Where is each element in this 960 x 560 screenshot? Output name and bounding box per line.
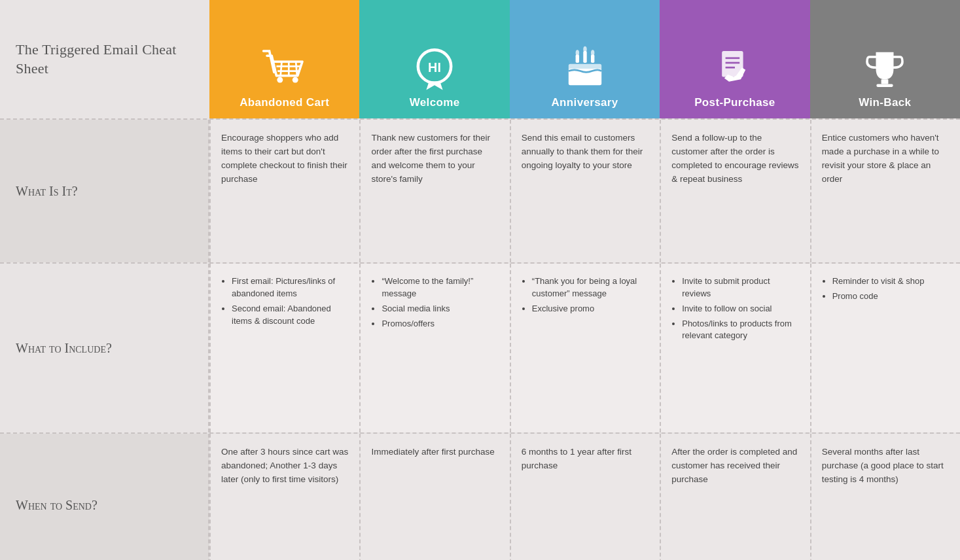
list-item: “Thank you for being a loyal customer” m… xyxy=(532,275,649,300)
svg-point-14 xyxy=(591,50,594,56)
text: Send a follow-up to the customer after t… xyxy=(671,131,799,186)
cell-include-win-back: Reminder to visit & shop Promo code xyxy=(810,264,960,432)
page-title: The Triggered Email Cheat Sheet xyxy=(16,41,194,78)
text: 6 months to 1 year after first purchase xyxy=(522,446,649,473)
list-item: Social media links xyxy=(382,303,499,315)
text: After the order is completed and custome… xyxy=(671,446,799,487)
row-label: What to Include? xyxy=(16,340,112,357)
title-cell: The Triggered Email Cheat Sheet xyxy=(0,0,209,118)
text: Immediately after first purchase xyxy=(371,446,494,459)
list-item: Reminder to visit & shop xyxy=(832,275,925,288)
cheat-sheet-table: The Triggered Email Cheat Sheet Abandone… xyxy=(0,0,960,560)
col-label-anniversary: Anniversary xyxy=(552,96,618,109)
list: “Thank you for being a loyal customer” m… xyxy=(522,275,649,318)
cell-what-is-it-post-purchase: Send a follow-up to the customer after t… xyxy=(660,120,809,262)
label-what-is-it: What Is It? xyxy=(0,120,209,262)
text: Encourage shoppers who add items to thei… xyxy=(221,131,349,186)
svg-line-2 xyxy=(280,61,281,76)
list-item: Photos/links to products from relevant c… xyxy=(682,318,799,343)
cell-include-post-purchase: Invite to submit product reviews Invite … xyxy=(660,264,809,432)
row-label: What Is It? xyxy=(16,183,78,200)
cake-icon xyxy=(561,45,609,92)
svg-rect-15 xyxy=(568,69,601,85)
list-item: Promos/offers xyxy=(382,318,499,330)
list-item: First email: Pictures/links of abandoned… xyxy=(232,275,349,300)
cell-what-is-it-anniversary: Send this email to customers annually to… xyxy=(510,120,660,262)
text: Entice customers who haven't made a purc… xyxy=(822,131,950,186)
list: First email: Pictures/links of abandoned… xyxy=(221,275,349,330)
text: One after 3 hours since cart was abandon… xyxy=(221,446,349,487)
header-welcome: HI Welcome xyxy=(359,0,509,118)
label-what-to-include: What to Include? xyxy=(0,264,209,432)
text: Thank new customers for their order afte… xyxy=(371,131,499,186)
cell-when-post-purchase: After the order is completed and custome… xyxy=(660,434,809,560)
svg-rect-21 xyxy=(881,79,889,84)
label-when-to-send: When to Send? xyxy=(0,434,209,560)
svg-point-5 xyxy=(277,77,283,83)
cell-include-welcome: “Welcome to the family!” message Social … xyxy=(359,264,509,432)
hand-icon xyxy=(711,45,758,92)
svg-text:HI: HI xyxy=(428,60,441,75)
list-item: Exclusive promo xyxy=(532,303,649,315)
row-what-to-include: What to Include? First email: Pictures/l… xyxy=(0,262,960,432)
col-label-abandoned-cart: Abandoned Cart xyxy=(240,96,329,109)
list-item: Second email: Abandoned items & discount… xyxy=(232,303,349,328)
list-item: Invite to submit product reviews xyxy=(682,275,799,300)
svg-rect-22 xyxy=(877,84,893,87)
col-label-post-purchase: Post-Purchase xyxy=(694,96,775,109)
header-row: The Triggered Email Cheat Sheet Abandone… xyxy=(0,0,960,118)
cell-what-is-it-welcome: Thank new customers for their order afte… xyxy=(359,120,509,262)
list-item: Promo code xyxy=(832,290,925,303)
header-anniversary: Anniversary xyxy=(510,0,660,118)
header-win-back: Win-Back xyxy=(810,0,960,118)
svg-rect-10 xyxy=(583,51,586,63)
hi-icon: HI xyxy=(411,45,458,92)
cell-what-is-it-win-back: Entice customers who haven't made a purc… xyxy=(810,120,960,262)
cell-include-abandoned-cart: First email: Pictures/links of abandoned… xyxy=(209,264,359,432)
list-item: “Welcome to the family!” message xyxy=(382,275,499,300)
svg-line-4 xyxy=(296,61,297,76)
cell-include-anniversary: “Thank you for being a loyal customer” m… xyxy=(510,264,660,432)
trophy-icon xyxy=(861,45,908,92)
header-abandoned-cart: Abandoned Cart xyxy=(209,0,359,118)
list: Invite to submit product reviews Invite … xyxy=(671,275,799,345)
svg-rect-9 xyxy=(575,54,578,63)
svg-rect-11 xyxy=(591,54,594,63)
row-label: When to Send? xyxy=(16,497,98,514)
cell-when-welcome: Immediately after first purchase xyxy=(359,434,509,560)
row-what-is-it: What Is It? Encourage shoppers who add i… xyxy=(0,118,960,262)
cart-icon xyxy=(261,45,308,92)
cell-when-win-back: Several months after last purchase (a go… xyxy=(810,434,960,560)
cell-when-abandoned-cart: One after 3 hours since cart was abandon… xyxy=(209,434,359,560)
cell-what-is-it-abandoned-cart: Encourage shoppers who add items to thei… xyxy=(209,120,359,262)
col-label-win-back: Win-Back xyxy=(859,96,911,109)
list: Reminder to visit & shop Promo code xyxy=(822,275,925,306)
header-post-purchase: Post-Purchase xyxy=(660,0,809,118)
svg-point-13 xyxy=(583,46,586,52)
svg-point-12 xyxy=(575,50,578,56)
list: “Welcome to the family!” message Social … xyxy=(371,275,499,332)
text: Send this email to customers annually to… xyxy=(522,131,649,173)
row-when-to-send: When to Send? One after 3 hours since ca… xyxy=(0,432,960,560)
cell-when-anniversary: 6 months to 1 year after first purchase xyxy=(510,434,660,560)
list-item: Invite to follow on social xyxy=(682,303,799,315)
svg-point-6 xyxy=(292,77,298,83)
col-label-welcome: Welcome xyxy=(410,96,460,109)
text: Several months after last purchase (a go… xyxy=(822,446,950,487)
